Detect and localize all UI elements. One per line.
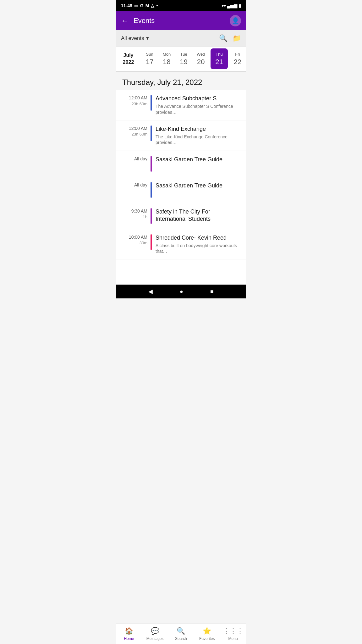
filter-bar: All events ▾ 🔍 📁 <box>116 30 246 47</box>
signal-icon: ▄▅▆ <box>227 3 237 8</box>
calendar-day-18[interactable]: Mon 18 <box>158 47 175 71</box>
event-row[interactable]: 10:00 AM 30m Shredded Core- Kevin Reed A… <box>116 229 246 260</box>
event-time-value: 10:00 AM <box>122 234 147 241</box>
event-content: Advanced Subchapter S The Advance Subcha… <box>156 95 240 115</box>
event-duration: 30m <box>122 240 147 246</box>
person-icon: 👤 <box>232 17 239 25</box>
event-duration: 23h 60m <box>122 101 147 107</box>
calendar-day-22[interactable]: Fri 22 <box>229 47 246 71</box>
app-bar: ← Events 👤 <box>116 11 246 30</box>
event-row[interactable]: All day Sasaki Garden Tree Guide <box>116 177 246 203</box>
event-time-value: All day <box>122 156 147 162</box>
status-time: 11:48 <box>121 3 132 8</box>
day-number: 22 <box>234 58 241 66</box>
day-number: 19 <box>180 58 188 66</box>
bookmark-folder-button[interactable]: 📁 <box>233 34 241 42</box>
filter-dropdown[interactable]: All events ▾ <box>121 35 149 42</box>
event-title: Like-Kind Exchange <box>156 125 240 133</box>
event-title: Sasaki Garden Tree Guide <box>156 156 240 163</box>
event-time: 12:00 AM 23h 60m <box>122 95 151 107</box>
page-title: Events <box>134 17 230 25</box>
event-description: The Like-Kind Exchange Conference provid… <box>156 134 240 145</box>
chat-icon: ▭ <box>134 3 138 8</box>
event-time: All day <box>122 182 151 188</box>
g-icon: G <box>140 3 144 8</box>
events-list: 12:00 AM 23h 60m Advanced Subchapter S T… <box>116 90 246 285</box>
day-number: 17 <box>146 58 153 66</box>
event-duration: 1h <box>122 214 147 220</box>
event-time-value: 12:00 AM <box>122 125 147 132</box>
back-button[interactable]: ← <box>121 16 129 25</box>
event-title: Advanced Subchapter S <box>156 95 240 102</box>
event-duration: 23h 60m <box>122 131 147 137</box>
month-label: July 2022 <box>116 47 141 71</box>
event-time-value: 9:30 AM <box>122 208 147 214</box>
calendar-day-17[interactable]: Sun 17 <box>141 47 158 71</box>
event-content: Sasaki Garden Tree Guide <box>156 182 240 189</box>
event-description: A class built on bodyweight core workout… <box>156 243 240 254</box>
event-time-value: 12:00 AM <box>122 95 147 101</box>
calendar-day-21[interactable]: Thu 21 <box>211 48 228 69</box>
event-color-bar <box>151 125 152 141</box>
day-name: Thu <box>216 52 222 57</box>
event-row[interactable]: 9:30 AM 1h Safety in The City For Intern… <box>116 203 246 229</box>
event-color-bar <box>151 156 152 172</box>
event-time-value: All day <box>122 182 147 188</box>
event-time: All day <box>122 156 151 162</box>
profile-avatar[interactable]: 👤 <box>230 15 241 26</box>
event-title: Sasaki Garden Tree Guide <box>156 182 240 189</box>
event-content: Sasaki Garden Tree Guide <box>156 156 240 163</box>
event-color-bar <box>151 208 152 224</box>
day-name: Tue <box>180 52 187 57</box>
day-name: Wed <box>197 52 205 57</box>
event-description: The Advance Subchapter S Conference prov… <box>156 103 240 115</box>
event-color-bar <box>151 95 152 111</box>
mail-icon: M <box>145 3 149 8</box>
back-nav-button[interactable]: ◀ <box>148 288 153 295</box>
dot-icon: • <box>156 3 158 8</box>
event-time: 9:30 AM 1h <box>122 208 151 220</box>
android-nav-bar: ◀ ● ■ <box>116 285 246 298</box>
day-heading: Thursday, July 21, 2022 <box>116 72 246 90</box>
filter-actions: 🔍 📁 <box>219 34 241 42</box>
event-row[interactable]: 12:00 AM 23h 60m Like-Kind Exchange The … <box>116 120 246 151</box>
event-content: Like-Kind Exchange The Like-Kind Exchang… <box>156 125 240 146</box>
day-name: Fri <box>235 52 240 57</box>
chevron-down-icon: ▾ <box>146 35 149 42</box>
event-color-bar <box>151 234 152 250</box>
event-row[interactable]: 12:00 AM 23h 60m Advanced Subchapter S T… <box>116 90 246 120</box>
calendar-day-20[interactable]: Wed 20 <box>192 47 209 71</box>
drive-icon: △ <box>151 3 154 8</box>
event-title: Safety in The City For International Stu… <box>156 208 240 223</box>
event-time: 10:00 AM 30m <box>122 234 151 246</box>
event-title: Shredded Core- Kevin Reed <box>156 234 240 242</box>
day-name: Mon <box>163 52 171 57</box>
status-bar: 11:48 ▭ G M △ • ▾▾ ▄▅▆ ▮ <box>116 0 246 11</box>
calendar-week-bar: July 2022 Sun 17 Mon 18 Tue 19 Wed 20 Th… <box>116 47 246 72</box>
status-right: ▾▾ ▄▅▆ ▮ <box>222 3 241 8</box>
day-number: 20 <box>197 58 205 66</box>
calendar-day-19[interactable]: Tue 19 <box>175 47 192 71</box>
day-number: 18 <box>163 58 170 66</box>
filter-label: All events <box>121 35 144 42</box>
wifi-icon: ▾▾ <box>222 3 226 8</box>
day-number: 21 <box>215 58 223 66</box>
recent-nav-button[interactable]: ■ <box>210 288 214 295</box>
event-row[interactable]: All day Sasaki Garden Tree Guide <box>116 151 246 177</box>
event-content: Safety in The City For International Stu… <box>156 208 240 223</box>
event-color-bar <box>151 182 152 198</box>
event-time: 12:00 AM 23h 60m <box>122 125 151 137</box>
home-nav-button[interactable]: ● <box>180 288 183 295</box>
battery-icon: ▮ <box>239 3 241 8</box>
day-name: Sun <box>146 52 153 57</box>
search-button[interactable]: 🔍 <box>219 34 228 42</box>
event-content: Shredded Core- Kevin Reed A class built … <box>156 234 240 254</box>
status-left: 11:48 ▭ G M △ • <box>121 3 158 8</box>
